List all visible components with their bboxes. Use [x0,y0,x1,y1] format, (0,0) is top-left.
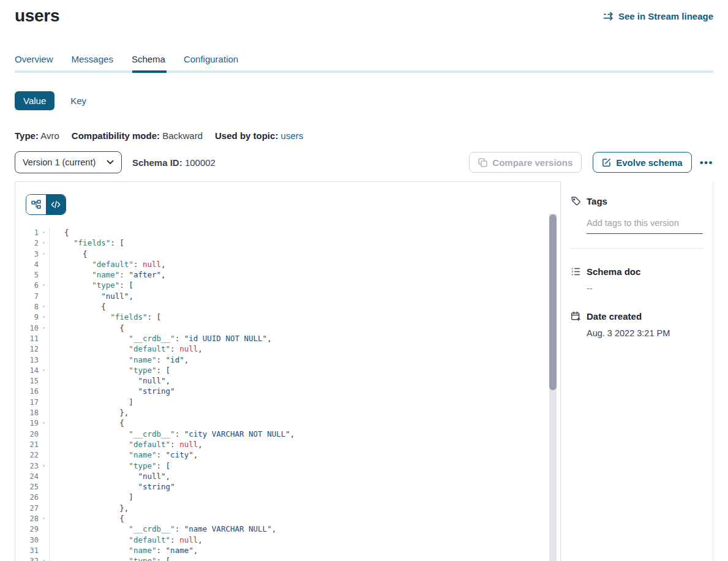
line-number: 19 [15,418,39,429]
fold-spacer [39,492,50,502]
schema-sidebar: Tags Schema doc -- [571,181,713,561]
fold-toggle-icon[interactable]: ▾ [39,461,50,471]
fold-spacer [39,503,50,513]
fold-spacer [39,397,50,407]
line-number: 2 [15,238,39,249]
key-toggle-link[interactable]: Key [70,96,86,106]
code-text: "__crdb__": "name VARCHAR NULL", [50,524,276,534]
fold-spacer [39,524,50,534]
code-text: "name": "city", [50,450,198,460]
stream-lineage-label: See in Stream lineage [618,11,713,21]
tab-overview[interactable]: Overview [15,54,53,70]
code-text: "string" [50,481,175,492]
version-select[interactable]: Version 1 (current) [15,151,122,173]
chevron-down-icon [107,160,114,165]
line-number: 26 [15,492,39,503]
line-number: 31 [15,546,39,556]
code-line: 11 "__crdb__": "id UUID NOT NULL", [15,333,560,344]
fold-toggle-icon[interactable]: ▾ [39,238,50,248]
code-text: ] [50,397,133,407]
code-line: 10▾ { [15,323,560,333]
type-value: Avro [40,130,59,141]
code-line: 22 "name": "city", [15,450,560,460]
topic-label: Used by topic: [215,130,278,141]
code-line: 3▾ { [15,249,560,259]
tags-input[interactable] [587,217,703,234]
page-title: users [15,6,59,26]
evolve-schema-button[interactable]: Evolve schema [593,152,691,173]
line-number: 21 [15,440,39,450]
copy-icon [478,158,487,167]
code-line: 28▾ { [15,513,560,524]
tab-configuration[interactable]: Configuration [184,54,238,70]
editor-scrollbar[interactable] [549,214,557,561]
date-created-icon [571,311,581,322]
stream-lineage-icon [603,12,614,21]
line-number: 14 [15,366,39,376]
line-number: 3 [15,249,39,260]
topic-link[interactable]: users [281,130,304,141]
fold-toggle-icon[interactable]: ▾ [39,301,50,312]
code-text: { [50,249,88,259]
line-number: 12 [15,344,39,355]
code-view-icon [51,200,61,209]
fold-toggle-icon[interactable]: ▾ [39,249,50,259]
line-number: 11 [15,334,39,344]
fold-toggle-icon[interactable]: ▾ [39,280,50,290]
tab-messages[interactable]: Messages [72,54,113,70]
line-number: 6 [15,280,39,291]
code-text: "name": "after", [50,269,166,280]
fold-spacer [39,333,50,344]
tree-view-button[interactable] [26,195,46,214]
schema-id-value: 100002 [185,157,216,168]
fold-spacer [39,545,50,555]
fold-toggle-icon[interactable]: ▾ [39,555,50,561]
compat-value: Backward [162,130,203,141]
code-text: "type": [ [50,365,170,375]
code-line: 8▾ { [15,301,560,312]
schema-meta: Type: Avro Compatibility mode: Backward … [15,130,713,141]
fold-toggle-icon[interactable]: ▾ [39,312,50,322]
code-text: { [50,323,124,333]
value-toggle-button[interactable]: Value [15,91,54,110]
compare-versions-button[interactable]: Compare versions [469,152,582,173]
fold-toggle-icon[interactable]: ▾ [39,418,50,428]
fold-toggle-icon[interactable]: ▾ [39,323,50,333]
fold-toggle-icon[interactable]: ▾ [39,513,50,524]
fold-toggle-icon[interactable]: ▾ [39,365,50,375]
code-line: 17 ] [15,397,560,407]
code-line: 12 "default": null, [15,344,560,354]
line-number: 27 [15,503,39,514]
code-line: 21 "default": null, [15,439,560,450]
code-text: "default": null, [50,259,166,269]
line-number: 8 [15,302,39,312]
more-options-button[interactable]: ••• [700,157,713,168]
fold-spacer [39,481,50,492]
fold-spacer [39,259,50,269]
line-number: 30 [15,535,39,546]
fold-toggle-icon[interactable]: ▾ [39,227,50,238]
line-number: 24 [15,472,39,482]
code-line: 29 "__crdb__": "name VARCHAR NULL", [15,524,560,534]
line-number: 28 [15,514,39,524]
fold-spacer [39,429,50,439]
view-toggle [26,194,66,215]
schema-editor-panel: 1▾{2▾ "fields": [3▾ {4 "default": null,5… [15,181,561,561]
code-text: { [50,513,124,524]
type-label: Type: [15,130,39,141]
code-text: "null", [50,471,170,481]
editor-scrollbar-thumb[interactable] [549,214,557,390]
code-line: 30 "default": null, [15,535,560,545]
code-text: "default": null, [50,439,203,450]
line-number: 13 [15,355,39,366]
date-created-heading: Date created [587,311,642,322]
code-line: 2▾ "fields": [ [15,238,560,248]
tab-schema[interactable]: Schema [132,54,165,70]
stream-lineage-link[interactable]: See in Stream lineage [603,11,713,21]
line-number: 29 [15,524,39,535]
code-line: 26 ] [15,492,560,502]
code-text: "default": null, [50,535,203,545]
fold-spacer [39,450,50,460]
code-view-button[interactable] [46,195,66,214]
line-number: 22 [15,450,39,461]
